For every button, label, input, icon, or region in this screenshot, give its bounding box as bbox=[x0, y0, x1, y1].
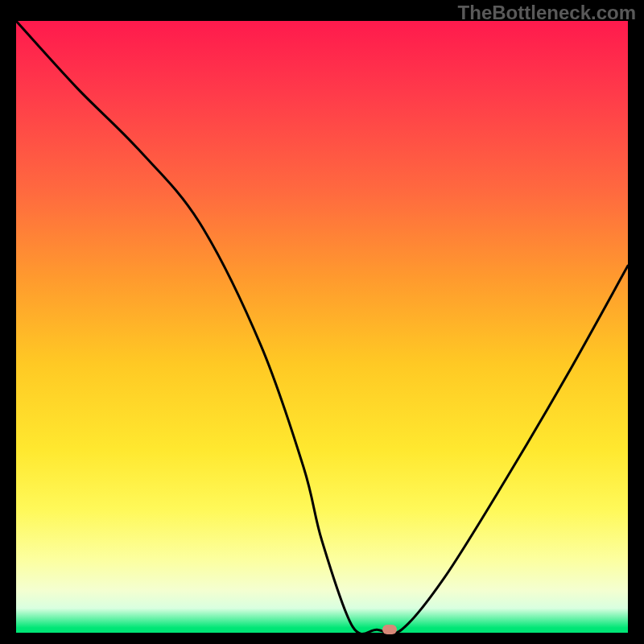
plot-area bbox=[16, 21, 628, 633]
bottleneck-curve bbox=[16, 21, 628, 633]
optimal-point-marker bbox=[382, 625, 397, 634]
watermark-text: TheBottleneck.com bbox=[458, 2, 636, 24]
chart-frame: TheBottleneck.com bbox=[0, 0, 644, 644]
